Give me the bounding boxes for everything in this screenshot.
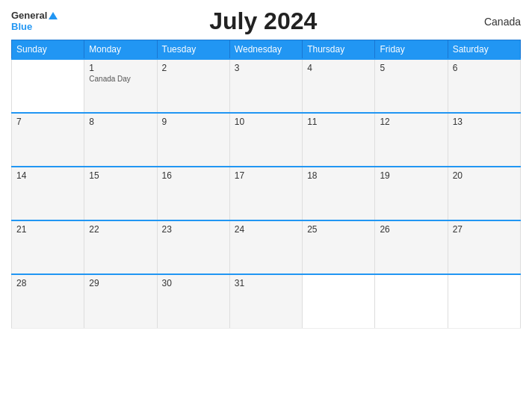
table-row: 23	[157, 220, 229, 274]
table-row: 14	[12, 167, 84, 220]
table-row: 22	[84, 220, 157, 274]
table-row: 16	[157, 167, 229, 220]
day-number: 8	[89, 117, 152, 127]
table-row: 25	[303, 220, 375, 274]
header-friday: Friday	[375, 40, 448, 60]
day-number: 26	[380, 224, 442, 235]
calendar-week-row: 21222324252627	[12, 220, 521, 274]
day-number: 11	[307, 117, 370, 127]
table-row: 4	[303, 59, 375, 113]
day-number: 2	[162, 63, 225, 73]
header-monday: Monday	[84, 40, 157, 60]
day-number: 7	[16, 117, 79, 127]
table-row: 30	[157, 274, 229, 328]
table-row: 27	[448, 220, 520, 274]
table-row: 1Canada Day	[84, 59, 157, 113]
day-number: 9	[162, 117, 225, 127]
table-row: 18	[303, 167, 375, 220]
calendar-table: Sunday Monday Tuesday Wednesday Thursday…	[11, 40, 521, 329]
table-row: 26	[375, 220, 448, 274]
table-row: 31	[229, 274, 302, 328]
logo: General Blue	[11, 10, 58, 32]
day-number: 28	[16, 278, 79, 288]
header-sunday: Sunday	[12, 40, 84, 60]
day-number: 23	[162, 224, 225, 235]
table-row	[375, 274, 448, 328]
calendar-week-row: 14151617181920	[12, 167, 521, 220]
table-row: 12	[375, 113, 448, 167]
table-row: 2	[157, 59, 229, 113]
table-row: 17	[229, 167, 302, 220]
day-number: 6	[453, 63, 516, 73]
logo-triangle-icon	[49, 12, 58, 19]
day-number: 4	[307, 63, 370, 73]
header-thursday: Thursday	[303, 40, 375, 60]
day-number: 24	[235, 224, 297, 235]
header-saturday: Saturday	[448, 40, 520, 60]
event-label: Canada Day	[89, 75, 152, 83]
table-row: 9	[157, 113, 229, 167]
logo-general-text: General	[11, 10, 47, 21]
day-number: 12	[380, 117, 442, 127]
day-number: 16	[162, 170, 225, 181]
header-wednesday: Wednesday	[229, 40, 302, 60]
day-number: 30	[162, 278, 225, 288]
calendar-week-row: 78910111213	[12, 113, 521, 167]
table-row: 28	[12, 274, 84, 328]
day-number: 31	[235, 278, 297, 288]
header-tuesday: Tuesday	[157, 40, 229, 60]
table-row	[448, 274, 520, 328]
day-number: 1	[89, 63, 152, 73]
table-row	[12, 59, 84, 113]
table-row: 20	[448, 167, 520, 220]
table-row: 11	[303, 113, 375, 167]
day-number: 14	[16, 170, 79, 181]
table-row: 29	[84, 274, 157, 328]
day-number: 18	[307, 170, 370, 181]
table-row: 15	[84, 167, 157, 220]
day-number: 20	[453, 170, 516, 181]
table-row	[303, 274, 375, 328]
calendar-week-row: 1Canada Day23456	[12, 59, 521, 113]
day-number: 25	[307, 224, 370, 235]
table-row: 6	[448, 59, 520, 113]
day-number: 5	[380, 63, 442, 73]
table-row: 13	[448, 113, 520, 167]
day-number: 13	[453, 117, 516, 127]
day-number: 15	[89, 170, 152, 181]
table-row: 3	[229, 59, 302, 113]
calendar-week-row: 28293031	[12, 274, 521, 328]
table-row: 21	[12, 220, 84, 274]
day-number: 3	[235, 63, 297, 73]
country-label: Canada	[468, 16, 521, 28]
day-number: 22	[89, 224, 152, 235]
table-row: 8	[84, 113, 157, 167]
table-row: 19	[375, 167, 448, 220]
logo-blue-text: Blue	[11, 22, 32, 32]
table-row: 24	[229, 220, 302, 274]
page-title: July 2024	[58, 7, 468, 35]
table-row: 7	[12, 113, 84, 167]
calendar-page: General Blue July 2024 Canada Sunday Mon…	[0, 0, 532, 411]
day-number: 17	[235, 170, 297, 181]
day-number: 19	[380, 170, 442, 181]
table-row: 10	[229, 113, 302, 167]
day-number: 29	[89, 278, 152, 288]
table-row: 5	[375, 59, 448, 113]
day-number: 21	[16, 224, 79, 235]
day-number: 27	[453, 224, 516, 235]
page-header: General Blue July 2024 Canada	[11, 7, 521, 35]
calendar-header-row: Sunday Monday Tuesday Wednesday Thursday…	[12, 40, 521, 60]
day-number: 10	[235, 117, 297, 127]
